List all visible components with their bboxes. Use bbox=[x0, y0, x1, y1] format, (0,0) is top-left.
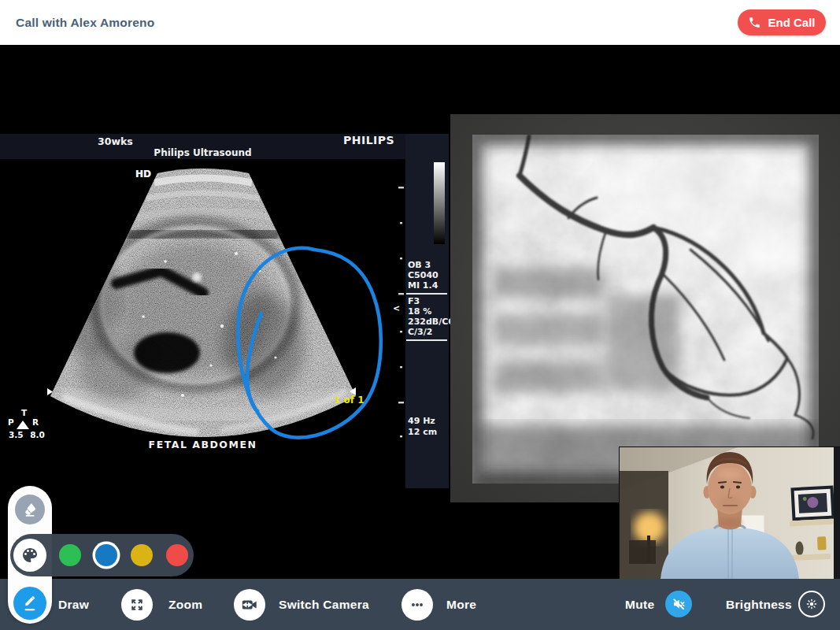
pointer-marker: < bbox=[393, 303, 400, 313]
switch-camera-button[interactable] bbox=[234, 589, 265, 621]
hd-badge-label: HD bbox=[135, 169, 151, 180]
exam-caption: FETAL ABDOMEN bbox=[0, 439, 405, 450]
depth-label: 12 cm bbox=[408, 427, 447, 437]
ultrasound-panel[interactable]: 30wks PHILIPS Philips Ultrasound bbox=[0, 134, 449, 488]
angiogram-image bbox=[450, 114, 840, 502]
palette-icon bbox=[20, 546, 39, 565]
mute-button[interactable] bbox=[665, 591, 692, 617]
palette-button[interactable] bbox=[13, 539, 46, 572]
orientation-marker: T P R 3.5 8.0 bbox=[6, 408, 47, 443]
orientation-right: R bbox=[32, 417, 39, 427]
more-button[interactable] bbox=[401, 589, 433, 621]
orientation-left: P bbox=[8, 417, 14, 427]
orientation-triangle-icon bbox=[17, 421, 29, 429]
acquisition-line: 18 % bbox=[408, 306, 447, 317]
brightness-button[interactable] bbox=[798, 591, 825, 617]
acquisition-line: 232dB/C6 bbox=[408, 317, 447, 327]
zoom-label[interactable]: Zoom bbox=[168, 579, 202, 630]
top-bar: Call with Alex Amoreno End Call bbox=[0, 0, 840, 45]
eraser-icon bbox=[22, 502, 38, 517]
draw-button-active[interactable] bbox=[13, 587, 46, 620]
preset-line: OB 3 bbox=[408, 260, 447, 270]
phone-icon bbox=[748, 16, 761, 29]
color-swatch-yellow[interactable] bbox=[131, 544, 153, 566]
speaker-muted-icon bbox=[672, 597, 686, 611]
color-swatch-blue-selected[interactable] bbox=[95, 544, 117, 566]
color-swatch-green[interactable] bbox=[59, 544, 81, 566]
pencil-icon bbox=[21, 595, 39, 612]
webcam-scene bbox=[620, 447, 840, 579]
frame-rate-label: 49 Hz bbox=[408, 416, 447, 426]
draw-label[interactable]: Draw bbox=[58, 579, 89, 630]
preset-line: MI 1.4 bbox=[408, 280, 447, 291]
ultrasound-subtitle: Philips Ultrasound bbox=[0, 147, 405, 158]
call-toolbar: Draw Zoom Switch Camera bbox=[0, 579, 840, 630]
webcam-video[interactable] bbox=[620, 447, 840, 579]
mute-label[interactable]: Mute bbox=[625, 579, 654, 630]
angiogram-panel[interactable] bbox=[450, 114, 840, 502]
orientation-top: T bbox=[21, 408, 27, 417]
call-title: Call with Alex Amoreno bbox=[16, 0, 154, 45]
divider bbox=[406, 293, 447, 295]
gestational-age-label: 30wks bbox=[98, 135, 133, 147]
acquisition-line: F3 bbox=[408, 296, 447, 306]
switch-camera-label[interactable]: Switch Camera bbox=[279, 579, 369, 630]
frame-counter: 1 of 1 bbox=[334, 395, 364, 406]
grayscale-bar bbox=[434, 162, 445, 244]
acquisition-line: C/3/2 bbox=[408, 327, 447, 337]
more-label[interactable]: More bbox=[446, 579, 476, 630]
orientation-values: 3.5 8.0 bbox=[9, 430, 45, 439]
philips-logo-text: PHILIPS bbox=[343, 134, 394, 146]
color-swatch-red[interactable] bbox=[166, 544, 188, 566]
preset-line: C5040 bbox=[408, 270, 447, 280]
more-dots-icon bbox=[409, 596, 426, 613]
brightness-label[interactable]: Brightness bbox=[726, 579, 792, 630]
video-call-app: Call with Alex Amoreno End Call 30wks PH… bbox=[0, 0, 840, 630]
zoom-button[interactable] bbox=[121, 589, 153, 621]
zoom-expand-icon bbox=[129, 597, 145, 613]
divider bbox=[406, 339, 447, 341]
switch-camera-icon bbox=[241, 596, 258, 613]
brightness-icon bbox=[805, 597, 819, 611]
eraser-button[interactable] bbox=[15, 495, 45, 524]
end-call-button[interactable]: End Call bbox=[738, 9, 826, 35]
end-call-label: End Call bbox=[768, 16, 815, 29]
